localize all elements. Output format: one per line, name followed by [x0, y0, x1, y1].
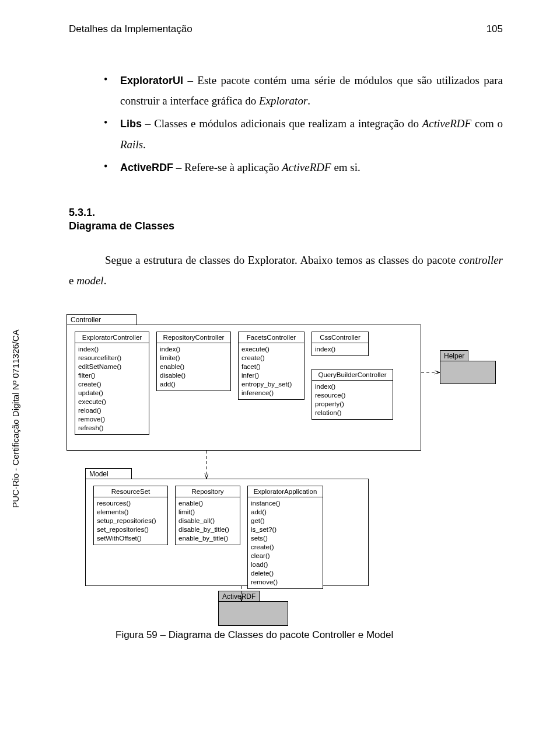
- package-tab-model: Model: [85, 468, 132, 479]
- section-title: Diagrama de Classes: [69, 220, 503, 232]
- bullet-italic: ActiveRDF: [282, 161, 331, 173]
- package-activerdf: [218, 601, 288, 626]
- header-page-number: 105: [487, 23, 503, 35]
- para-italic: controller: [459, 254, 503, 266]
- bullet-text: – Refere-se à aplicação: [173, 161, 282, 173]
- class-title: CssController: [312, 332, 368, 343]
- para-italic: model: [76, 274, 103, 287]
- page-header: Detalhes da Implementação 105: [69, 23, 503, 35]
- bullet-text: em si.: [331, 161, 360, 173]
- class-title: FacetsController: [239, 332, 304, 343]
- class-methods: enable()limit()disable_all()disable_by_t…: [176, 497, 240, 545]
- class-methods: index()resourcefilter()editSetName()filt…: [75, 343, 149, 434]
- bullet-bold: ExploratorUI: [120, 75, 183, 86]
- class-diagram: Controller ExploratorController index()r…: [66, 314, 496, 606]
- package-tab-helper: Helper: [440, 350, 468, 362]
- para-text: Segue a estrutura de classes do Explorat…: [105, 254, 459, 266]
- class-methods: index(): [312, 343, 368, 355]
- bullet-bold: Libs: [120, 118, 142, 130]
- class-css-controller: CssController index(): [312, 332, 369, 356]
- bullet-item: Libs – Classes e módulos adicionais que …: [104, 113, 503, 154]
- class-querybuilder-controller: QueryBuilderController index()resource()…: [312, 369, 393, 420]
- class-methods: execute()create()facet()infer()entropy_b…: [239, 343, 304, 399]
- bullet-item: ExploratorUI – Este pacote contém uma sé…: [104, 70, 503, 111]
- bullet-list: ExploratorUI – Este pacote contém uma sé…: [104, 70, 503, 177]
- bullet-text: .: [143, 138, 146, 151]
- class-methods: resources()elements()setup_repositories(…: [94, 497, 167, 545]
- class-title: ExploratorApplication: [248, 486, 323, 497]
- package-tab-controller: Controller: [66, 314, 136, 325]
- bullet-italic: ActiveRDF: [422, 117, 471, 130]
- side-watermark: PUC-Rio - Certificação Digital Nº 071132…: [10, 329, 20, 508]
- class-title: ExploratorController: [75, 332, 149, 343]
- class-facets-controller: FacetsController execute()create()facet(…: [238, 332, 304, 400]
- class-methods: index()limite()enable()disable()add(): [157, 343, 230, 391]
- class-explorator-application: ExploratorApplication instance()add()get…: [247, 486, 323, 588]
- class-repository-controller: RepositoryController index()limite()enab…: [156, 332, 231, 391]
- class-methods: index()resource()property()relation(): [312, 381, 393, 419]
- bullet-text: – Classes e módulos adicionais que reali…: [142, 117, 422, 130]
- bullet-text: com o: [471, 117, 503, 130]
- class-title: ResourceSet: [94, 486, 167, 497]
- bullet-italic: Rails: [120, 138, 143, 151]
- figure-caption: Figura 59 – Diagrama de Classes do pacot…: [116, 629, 503, 641]
- class-methods: instance()add()get()is_set?()sets()creat…: [248, 497, 323, 588]
- package-helper: [440, 361, 496, 384]
- section-number: 5.3.1.: [69, 207, 503, 219]
- header-left: Detalhes da Implementação: [69, 23, 192, 35]
- package-tab-activerdf: ActiveRDF: [218, 591, 260, 602]
- bullet-item: ActiveRDF – Refere-se à aplicação Active…: [104, 157, 503, 177]
- class-title: Repository: [176, 486, 240, 497]
- class-title: QueryBuilderController: [312, 370, 393, 381]
- class-repository: Repository enable()limit()disable_all()d…: [175, 486, 240, 545]
- para-text: e: [69, 274, 76, 287]
- class-title: RepositoryController: [157, 332, 230, 343]
- body-paragraph: Segue a estrutura de classes do Explorat…: [69, 250, 503, 291]
- para-text: .: [104, 274, 107, 287]
- bullet-text: .: [307, 95, 310, 107]
- class-explorator-controller: ExploratorController index()resourcefilt…: [75, 332, 149, 434]
- bullet-bold: ActiveRDF: [120, 162, 173, 173]
- bullet-italic: Explorator: [259, 95, 307, 107]
- class-resource-set: ResourceSet resources()elements()setup_r…: [93, 486, 168, 545]
